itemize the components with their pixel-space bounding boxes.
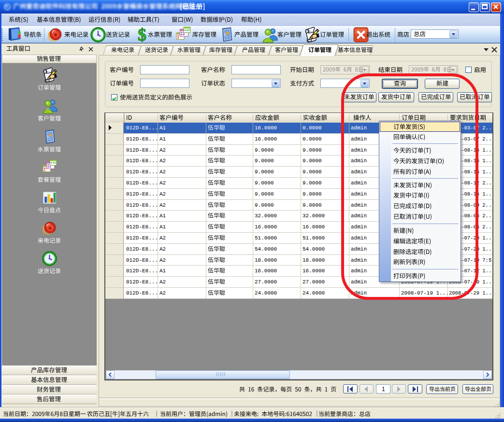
svg-text:$: $ — [138, 27, 146, 43]
